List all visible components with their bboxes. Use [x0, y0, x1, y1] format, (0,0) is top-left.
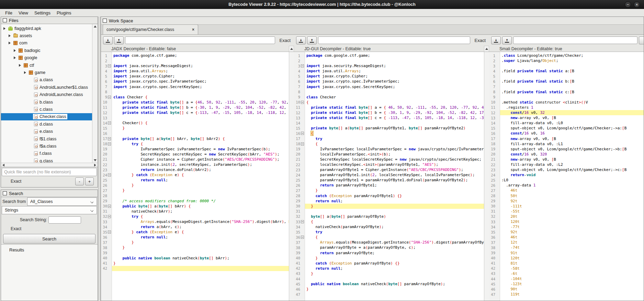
- code-line[interactable]: IvParameterSpec ivParameterSpec = new Iv…: [112, 147, 289, 152]
- code-line[interactable]: SecretKeySpec secretKeySpec = new Secret…: [112, 152, 289, 157]
- fold-icon[interactable]: [301, 64, 304, 67]
- expand-arrow-icon[interactable]: [19, 64, 21, 67]
- expand-arrow-icon[interactable]: [24, 71, 26, 74]
- code-line[interactable]: {: [305, 131, 484, 136]
- code-line[interactable]: private static final byte[] c = {-113, -…: [112, 110, 289, 115]
- code-line[interactable]: 120t: [500, 219, 644, 224]
- code-line[interactable]: [305, 292, 484, 297]
- code-line[interactable]: .array-data 1: [500, 183, 644, 188]
- code-line[interactable]: 50t: [500, 193, 644, 198]
- upload-button[interactable]: ↑: [307, 36, 317, 44]
- code-line[interactable]: [112, 131, 289, 136]
- code-line[interactable]: private byte[] a(byte[] bArr, byte[] bAr…: [112, 136, 289, 141]
- code-line[interactable]: 92t: [500, 229, 644, 235]
- code-line[interactable]: [112, 89, 289, 95]
- code-line[interactable]: try: [305, 229, 484, 235]
- code-line[interactable]: class Checker {: [112, 95, 289, 100]
- detach-panel-icon[interactable]: [3, 18, 7, 22]
- scroll-right-icon[interactable]: [94, 164, 96, 166]
- fold-icon[interactable]: [108, 96, 111, 99]
- code-line[interactable]: fill-array-data v0, :L0: [500, 120, 644, 126]
- code-line[interactable]: -111t: [500, 204, 644, 209]
- tree-item-androidlauncher-class[interactable]: AndroidLauncher.class: [1, 91, 92, 98]
- font-increase-button[interactable]: +: [85, 178, 94, 185]
- code-line[interactable]: .registers 1: [500, 105, 644, 110]
- download-button[interactable]: ↓: [296, 36, 306, 44]
- code-line[interactable]: paramArrayOfByte1 = paramArrayOfByte1.do…: [305, 178, 484, 183]
- code-line[interactable]: -77t: [500, 224, 644, 229]
- code-line[interactable]: -55t: [500, 209, 644, 214]
- detach-panel-icon[interactable]: [103, 19, 107, 23]
- code-line[interactable]: [500, 63, 644, 68]
- code-line[interactable]: Checker() {: [112, 120, 289, 126]
- tree-item-g-class[interactable]: g.class: [1, 157, 92, 163]
- code-line[interactable]: new-array v0, v0, [B: [500, 157, 644, 162]
- code-line[interactable]: [305, 209, 484, 214]
- code-line[interactable]: instance.init(2, secretKeySpec, ivParame…: [112, 162, 289, 167]
- code-line[interactable]: import java.security.MessageDigest;: [305, 63, 484, 68]
- menu-plugins[interactable]: Plugins: [54, 10, 75, 16]
- menu-file[interactable]: File: [2, 10, 15, 16]
- code-line[interactable]: {: [305, 219, 484, 224]
- code-line[interactable]: return a(bArr, c);: [112, 224, 289, 229]
- code-line[interactable]: import javax.crypto.spec.SecretKeySpec;: [112, 84, 289, 89]
- fold-icon[interactable]: [108, 205, 111, 208]
- code-line[interactable]: class Checker: [305, 95, 484, 100]
- code-line[interactable]: 90t: [500, 287, 644, 292]
- code-line[interactable]: -104t: [500, 276, 644, 281]
- code-line[interactable]: Arrays.equals(MessageDigest.getInstance(…: [305, 240, 484, 245]
- code-line[interactable]: Arrays.equals(MessageDigest.getInstance(…: [112, 219, 289, 224]
- expand-arrow-icon[interactable]: [14, 56, 16, 59]
- code-line[interactable]: import java.security.MessageDigest;: [112, 63, 289, 68]
- code-line[interactable]: private static final byte[] b = {-30, 1,…: [112, 105, 289, 110]
- code-line[interactable]: try: [305, 136, 484, 141]
- expand-arrow-icon[interactable]: [9, 42, 11, 44]
- code-line[interactable]: fill-array-data v0, :L1: [500, 141, 644, 147]
- code-line[interactable]: [305, 58, 484, 63]
- menu-settings[interactable]: Settings: [31, 10, 54, 16]
- jadx-exact-checkbox[interactable]: Exact: [279, 38, 291, 43]
- code-line[interactable]: 46t: [500, 235, 644, 240]
- code-line[interactable]: /* access modifiers changed from: 0000 *…: [112, 198, 289, 204]
- code-line[interactable]: 12t: [500, 240, 644, 245]
- smali-search-input[interactable]: [513, 36, 637, 44]
- code-line[interactable]: 46t: [500, 188, 644, 193]
- upload-button[interactable]: ↑: [502, 36, 512, 44]
- code-line[interactable]: }: [305, 256, 484, 261]
- tree-item-a-class[interactable]: a.class: [1, 76, 92, 84]
- code-line[interactable]: public byte[] a(byte[] bArr) {: [112, 204, 289, 209]
- search-string-input[interactable]: [48, 216, 81, 224]
- tree-item-f-a-class[interactable]: f$a.class: [1, 142, 92, 150]
- code-line[interactable]: localSecretKeySpec.<init>(paramArrayOfBy…: [305, 162, 484, 167]
- tree-item-d-class[interactable]: d.class: [1, 120, 92, 128]
- code-line[interactable]: }: [305, 271, 484, 276]
- code-line[interactable]: }: [112, 126, 289, 131]
- code-line[interactable]: [112, 115, 289, 120]
- results-label[interactable]: Results: [9, 247, 24, 252]
- toolbar-button-fragment[interactable]: [639, 36, 644, 44]
- code-line[interactable]: return instance.doFinal(bArr2);: [112, 167, 289, 172]
- tree-item-b-class[interactable]: b.class: [1, 98, 92, 106]
- code-line[interactable]: fill-array-data v0, :L2: [500, 162, 644, 167]
- code-line[interactable]: [305, 89, 484, 95]
- code-line[interactable]: import java.util.Arrays;: [112, 68, 289, 74]
- code-line[interactable]: -74t: [500, 245, 644, 250]
- font-decrease-button[interactable]: -: [75, 178, 84, 185]
- code-line[interactable]: :L0: [500, 178, 644, 183]
- code-line[interactable]: 119t: [500, 292, 644, 297]
- code-line[interactable]: catch (Exception paramArrayOfByte) {}: [305, 261, 484, 266]
- code-line[interactable]: IvParameterSpec localIvParameterSpec = n…: [305, 147, 484, 152]
- code-line[interactable]: [305, 120, 484, 126]
- code-line[interactable]: try {: [112, 141, 289, 147]
- fold-icon[interactable]: [108, 173, 111, 176]
- code-line[interactable]: package com.google.ctf.game;: [112, 53, 289, 58]
- upload-button[interactable]: ↑: [114, 36, 124, 44]
- code-line[interactable]: package com.google.ctf.game;: [305, 53, 484, 58]
- detach-panel-icon[interactable]: [3, 191, 7, 195]
- code-line[interactable]: }: [112, 188, 289, 193]
- code-line[interactable]: {: [305, 235, 484, 240]
- code-line[interactable]: }: [305, 188, 484, 193]
- code-line[interactable]: }: [305, 287, 484, 292]
- tree-item-assets[interactable]: assets: [1, 32, 92, 39]
- tree-item-ctf[interactable]: ctf: [1, 62, 92, 69]
